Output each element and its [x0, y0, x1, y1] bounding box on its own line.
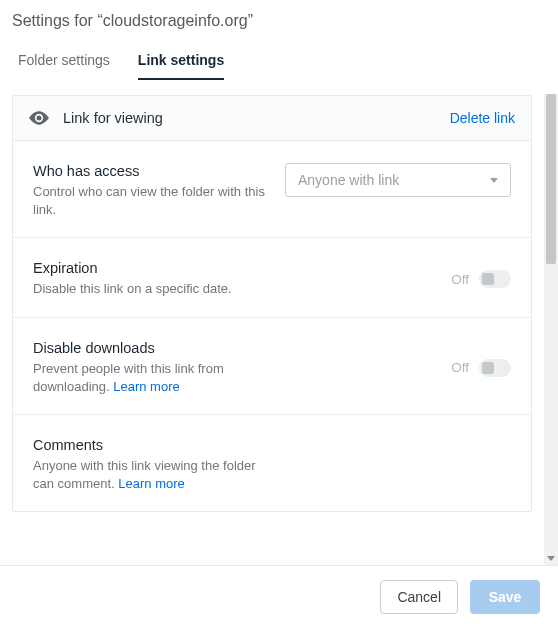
section-access: Who has access Control who can view the … [13, 141, 531, 238]
chevron-down-icon [490, 178, 498, 183]
comments-learn-more[interactable]: Learn more [118, 476, 184, 491]
tab-folder-settings[interactable]: Folder settings [18, 52, 110, 80]
scrollbar-thumb[interactable] [546, 94, 556, 264]
access-select-value: Anyone with link [298, 172, 399, 188]
save-button[interactable]: Save [470, 580, 540, 614]
expiration-desc: Disable this link on a specific date. [33, 280, 273, 298]
downloads-learn-more[interactable]: Learn more [113, 379, 179, 394]
delete-link[interactable]: Delete link [450, 110, 515, 126]
expiration-toggle[interactable] [479, 270, 511, 288]
comments-title: Comments [33, 437, 497, 453]
link-settings-panel: Link for viewing Delete link Who has acc… [12, 95, 532, 512]
scroll-down-icon[interactable] [544, 551, 558, 565]
panel-header: Link for viewing Delete link [13, 96, 531, 141]
access-desc: Control who can view the folder with thi… [33, 183, 271, 219]
comments-desc: Anyone with this link viewing the folder… [33, 457, 273, 493]
toggle-knob-icon [482, 362, 494, 374]
cancel-button[interactable]: Cancel [380, 580, 458, 614]
downloads-toggle[interactable] [479, 359, 511, 377]
expiration-title: Expiration [33, 260, 437, 276]
tabs: Folder settings Link settings [0, 30, 544, 81]
page-title: Settings for “cloudstorageinfo.org” [12, 12, 532, 30]
tab-link-settings[interactable]: Link settings [138, 52, 224, 80]
panel-title: Link for viewing [63, 110, 450, 126]
section-comments: Comments Anyone with this link viewing t… [13, 415, 531, 511]
footer: Cancel Save [0, 565, 558, 628]
eye-icon [29, 111, 49, 125]
downloads-desc: Prevent people with this link from downl… [33, 360, 273, 396]
downloads-state-label: Off [451, 360, 469, 375]
access-select[interactable]: Anyone with link [285, 163, 511, 197]
section-downloads: Disable downloads Prevent people with th… [13, 318, 531, 415]
downloads-title: Disable downloads [33, 340, 437, 356]
scrollbar[interactable] [544, 94, 558, 565]
expiration-state-label: Off [451, 272, 469, 287]
toggle-knob-icon [482, 273, 494, 285]
access-title: Who has access [33, 163, 271, 179]
section-expiration: Expiration Disable this link on a specif… [13, 238, 531, 317]
